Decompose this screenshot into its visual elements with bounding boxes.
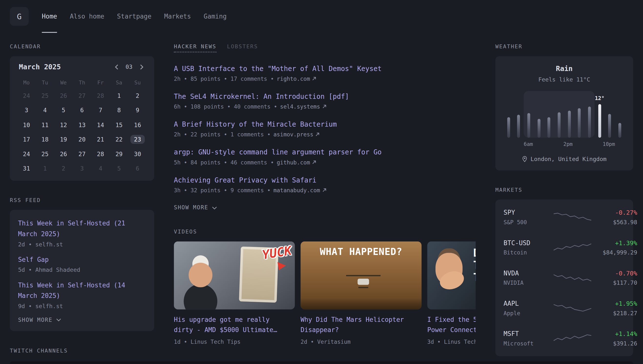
calendar-day: 25 bbox=[36, 146, 54, 161]
market-ticker[interactable]: AAPL bbox=[504, 300, 554, 308]
calendar-prev-icon[interactable] bbox=[113, 63, 120, 70]
calendar-next-icon[interactable] bbox=[138, 63, 145, 70]
weekday-label: Tu bbox=[36, 76, 54, 88]
video-title[interactable]: Why Did The Mars Helicopter Disappear? bbox=[301, 315, 422, 335]
market-values: +1.95% $218.27 bbox=[591, 300, 637, 316]
weekday-label: Sa bbox=[110, 76, 128, 88]
news-item-domain[interactable]: sel4.systems bbox=[280, 103, 326, 110]
rss-item-title[interactable]: This Week in Self-Hosted (14 March 2025) bbox=[18, 280, 133, 302]
market-name: Apple bbox=[504, 310, 554, 316]
market-change: +1.39% bbox=[591, 239, 637, 247]
video-item: DO TH T I Fixed the 5 Power Connect 3d •… bbox=[427, 241, 475, 345]
weather-bar-fill bbox=[578, 108, 581, 138]
news-item-title[interactable]: Achieving Great Privacy with Safari bbox=[174, 176, 475, 184]
market-symbol-block: MSFT Microsoft bbox=[504, 330, 554, 347]
nav-link[interactable]: Gaming bbox=[204, 0, 227, 33]
calendar-day: 23 bbox=[128, 132, 147, 147]
weekday-label: Mo bbox=[17, 76, 36, 88]
calendar-day: 3 bbox=[73, 161, 91, 176]
show-more-label: SHOW MORE bbox=[18, 316, 53, 323]
thumbnail-figure bbox=[357, 279, 369, 285]
news-item-title[interactable]: A Brief History of the Miracle Bacterium bbox=[174, 120, 475, 128]
calendar-day: 27 bbox=[73, 88, 91, 103]
nav-link[interactable]: Markets bbox=[164, 0, 191, 33]
rss-show-more-button[interactable]: SHOW MORE bbox=[18, 316, 146, 323]
calendar-day: 10 bbox=[17, 118, 36, 132]
rss-item-meta: 2d • selfh.st bbox=[18, 241, 146, 248]
markets-section-title: MARKETS bbox=[495, 187, 633, 193]
nav-link[interactable]: Startpage bbox=[117, 0, 151, 33]
calendar-controls: 03 bbox=[113, 63, 145, 70]
market-price: $563.98 bbox=[591, 219, 637, 226]
thumbnail-figure bbox=[301, 298, 422, 309]
rss-item-title[interactable]: Self Gap bbox=[18, 254, 133, 265]
news-item-title[interactable]: A USB Interface to the "Mother of All De… bbox=[174, 65, 475, 72]
twitch-section-title: TWITCH CHANNELS bbox=[10, 348, 154, 354]
market-name: Microsoft bbox=[504, 340, 554, 347]
market-values: +1.39% $84,999.29 bbox=[591, 239, 637, 256]
market-ticker[interactable]: MSFT bbox=[504, 330, 554, 338]
market-values: -0.27% $563.98 bbox=[591, 209, 637, 226]
video-thumbnail[interactable]: DO TH T bbox=[427, 241, 475, 309]
calendar-day: 26 bbox=[54, 146, 73, 161]
weather-section-title: WEATHER bbox=[495, 44, 633, 50]
news-item: argp: GNU-style command line argument pa… bbox=[174, 148, 475, 166]
rss-item-title[interactable]: This Week in Self-Hosted (21 March 2025) bbox=[18, 218, 133, 240]
news-item-domain[interactable]: righto.com bbox=[277, 76, 316, 82]
video-thumbnail[interactable]: WHAT HAPPENED? bbox=[301, 241, 422, 309]
market-symbol-block: NVDA NVIDIA bbox=[504, 270, 554, 286]
calendar-day: 4 bbox=[36, 103, 54, 118]
calendar-day: 25 bbox=[36, 88, 54, 103]
news-item-domain[interactable]: asimov.press bbox=[273, 131, 320, 138]
rss-list: This Week in Self-Hosted (21 March 2025)… bbox=[18, 218, 146, 309]
chevron-down-icon bbox=[212, 206, 217, 209]
video-thumbnail[interactable]: YUCK bbox=[174, 241, 295, 309]
market-ticker[interactable]: NVDA bbox=[504, 270, 554, 277]
news-show-more-button[interactable]: SHOW MORE bbox=[174, 204, 475, 211]
market-name: Bitcoin bbox=[504, 249, 554, 256]
rss-item: Self Gap 5d • Ahmad Shadeed bbox=[18, 254, 146, 273]
calendar-day: 9 bbox=[128, 103, 147, 118]
news-item-title[interactable]: argp: GNU-style command line argument pa… bbox=[174, 148, 475, 156]
rss-item-meta: 5d • Ahmad Shadeed bbox=[18, 266, 146, 273]
calendar-day: 14 bbox=[91, 118, 110, 132]
news-item: The SeL4 Microkernel: An Introduction [p… bbox=[174, 93, 475, 110]
video-title[interactable]: His upgrade got me really dirty - AMD $5… bbox=[174, 315, 295, 335]
weather-bar-fill bbox=[588, 106, 591, 138]
news-item: A Brief History of the Miracle Bacterium… bbox=[174, 120, 475, 138]
market-sparkline bbox=[554, 272, 591, 284]
thumbnail-text: DO TH T bbox=[473, 247, 475, 284]
weather-time-label: 2pm bbox=[563, 141, 573, 148]
news-item-domain[interactable]: matanabudy.com bbox=[273, 187, 326, 194]
news-tab[interactable]: LOBSTERS bbox=[227, 44, 258, 52]
calendar-day: 1 bbox=[110, 88, 128, 103]
video-title[interactable]: I Fixed the 5 Power Connect bbox=[427, 315, 475, 335]
news-item-title[interactable]: The SeL4 Microkernel: An Introduction [p… bbox=[174, 93, 475, 100]
market-sparkline bbox=[554, 332, 591, 344]
market-row: AAPL Apple +1.95% $218.27 bbox=[504, 293, 625, 323]
weather-bar bbox=[584, 93, 594, 138]
market-ticker[interactable]: SPY bbox=[504, 209, 554, 216]
weather-bar-fill bbox=[598, 104, 601, 138]
calendar-day: 2 bbox=[128, 88, 147, 103]
news-item-domain[interactable]: github.com bbox=[277, 159, 316, 166]
calendar-day: 24 bbox=[17, 146, 36, 161]
calendar-day: 24 bbox=[17, 88, 36, 103]
calendar-day: 12 bbox=[54, 118, 73, 132]
calendar-header: March 2025 03 bbox=[17, 63, 147, 71]
rss-item-meta: 9d • selfh.st bbox=[18, 303, 146, 309]
calendar-day: 22 bbox=[110, 132, 128, 147]
calendar-day: 11 bbox=[36, 118, 54, 132]
calendar-day: 1 bbox=[36, 161, 54, 176]
chevron-down-icon bbox=[56, 318, 61, 322]
weather-bar-fill bbox=[558, 112, 561, 138]
app-logo[interactable]: G bbox=[10, 7, 29, 26]
nav-link[interactable]: Home bbox=[42, 0, 57, 33]
calendar-day: 20 bbox=[73, 132, 91, 147]
nav-link[interactable]: Also home bbox=[70, 0, 104, 33]
market-ticker[interactable]: BTC-USD bbox=[504, 239, 554, 247]
news-tab[interactable]: HACKER NEWS bbox=[174, 44, 216, 52]
weather-bar-fill bbox=[517, 115, 520, 138]
weather-temp-label: 12° bbox=[595, 95, 604, 102]
calendar-weekdays: MoTuWeThFrSaSu bbox=[17, 76, 147, 88]
